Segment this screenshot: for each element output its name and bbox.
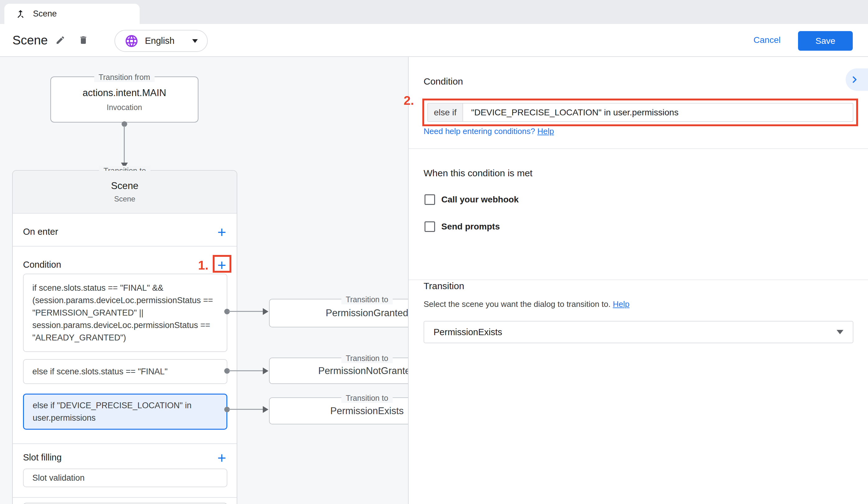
target-legend: Transition to (341, 294, 393, 304)
connector-line-3 (229, 409, 263, 410)
condition-item-3-text: else if "DEVICE_PRECISE_LOCATION" in use… (33, 399, 218, 424)
slot-item[interactable]: Slot validation (23, 469, 227, 487)
condition-item-2[interactable]: else if scene.slots.status == "FINAL" (23, 359, 227, 384)
connector-line-1 (229, 311, 263, 312)
flow-canvas: Transition from actions.intent.MAIN Invo… (0, 57, 408, 504)
target-name: PermissionExists (330, 406, 404, 417)
target-scene-permission-not-granted[interactable]: Transition to PermissionNotGranted (269, 358, 408, 384)
when-condition-heading: When this condition is met (424, 168, 533, 178)
target-legend: Transition to (341, 393, 393, 403)
intent-type: Invocation (107, 103, 142, 112)
condition-help-line: Need help entering conditions? Help (424, 127, 554, 136)
tab-label: Scene (33, 9, 57, 19)
annotation-step-1: 1. (198, 259, 208, 272)
scene-card: Transition to Scene Scene On enter + Con… (12, 170, 237, 504)
chevron-down-icon (192, 39, 198, 43)
collapse-panel-button[interactable] (846, 69, 868, 91)
page-title: Scene (12, 33, 48, 47)
target-scene-permission-exists[interactable]: Transition to PermissionExists (269, 397, 408, 424)
intent-name: actions.intent.MAIN (83, 87, 166, 98)
delete-scene-button[interactable] (76, 33, 91, 48)
trash-icon (79, 35, 88, 45)
section-divider (13, 443, 237, 444)
annotation-step-2: 2. (404, 94, 414, 107)
connector-line-invocation (124, 126, 125, 162)
arrowhead-right-icon (263, 406, 268, 413)
transition-scene-select[interactable]: PermissionExists (424, 321, 854, 343)
section-divider (13, 246, 237, 246)
target-name: PermissionNotGranted (318, 365, 408, 377)
condition-item-1[interactable]: if scene.slots.status == "FINAL" && (ses… (23, 274, 227, 352)
clipped-next-item[interactable] (23, 503, 227, 504)
app-bar: Scene English Cancel (0, 24, 868, 57)
add-slot-button[interactable]: + (216, 452, 228, 464)
cancel-button[interactable]: Cancel (754, 35, 781, 45)
condition-item-1-text: if scene.slots.status == "FINAL" && (ses… (32, 282, 218, 344)
scene-card-header[interactable]: Scene Scene (13, 171, 237, 213)
arrowhead-right-icon (263, 368, 268, 374)
slot-item-text: Slot validation (32, 473, 85, 483)
send-prompts-checkbox[interactable] (424, 221, 435, 232)
condition-item-3-selected[interactable]: else if "DEVICE_PRECISE_LOCATION" in use… (23, 393, 227, 430)
transition-help-link[interactable]: Help (613, 300, 629, 309)
call-webhook-checkbox[interactable] (424, 194, 435, 205)
annotation-box-1 (213, 255, 231, 273)
panel-divider (409, 280, 868, 280)
pencil-icon (55, 35, 65, 45)
scene-card-title: Scene (111, 180, 138, 191)
dropdown-arrow-icon (837, 330, 844, 334)
target-name: PermissionGranted (326, 307, 408, 319)
condition-item-2-text: else if scene.slots.status == "FINAL" (32, 365, 168, 378)
on-enter-label: On enter (23, 227, 58, 237)
target-scene-permission-granted[interactable]: Transition to PermissionGranted (269, 299, 408, 327)
edit-scene-button[interactable] (53, 33, 68, 48)
scene-card-subtitle: Scene (114, 195, 135, 203)
slot-filling-label: Slot filling (23, 452, 62, 463)
transition-heading: Transition (424, 281, 464, 291)
send-prompts-label: Send prompts (441, 222, 500, 232)
transition-description: Select the scene you want the dialog to … (424, 300, 629, 309)
transition-from-box[interactable]: Transition from actions.intent.MAIN Invo… (50, 76, 198, 123)
condition-help-text: Need help entering conditions? (424, 127, 535, 136)
section-divider (13, 497, 237, 498)
call-webhook-label: Call your webhook (441, 195, 519, 204)
save-button[interactable]: Save (798, 31, 853, 51)
annotation-box-2 (422, 98, 858, 126)
globe-icon (124, 34, 139, 48)
transition-scene-value: PermissionExists (434, 327, 837, 337)
language-selector[interactable]: English (114, 30, 208, 52)
condition-detail-panel: Condition 2. else if "DEVICE_PRECISE_LOC… (408, 57, 868, 504)
chevron-right-icon (849, 74, 860, 85)
language-label: English (145, 36, 186, 46)
tab-strip: Scene (0, 0, 868, 24)
add-on-enter-button[interactable]: + (216, 226, 228, 239)
actions-console-scene-editor: Scene Scene English Cancel Save Tran (0, 0, 868, 504)
condition-section-label: Condition (23, 260, 61, 270)
target-legend: Transition to (341, 353, 393, 363)
connector-line-2 (229, 370, 263, 371)
transition-from-legend: Transition from (94, 72, 155, 82)
panel-divider (409, 148, 868, 149)
arrowhead-right-icon (263, 308, 268, 315)
condition-help-link[interactable]: Help (537, 127, 554, 136)
transition-desc-text: Select the scene you want the dialog to … (424, 300, 610, 309)
panel-condition-heading: Condition (424, 76, 463, 87)
merge-arrow-icon (15, 8, 26, 20)
tab-scene[interactable]: Scene (4, 4, 140, 24)
